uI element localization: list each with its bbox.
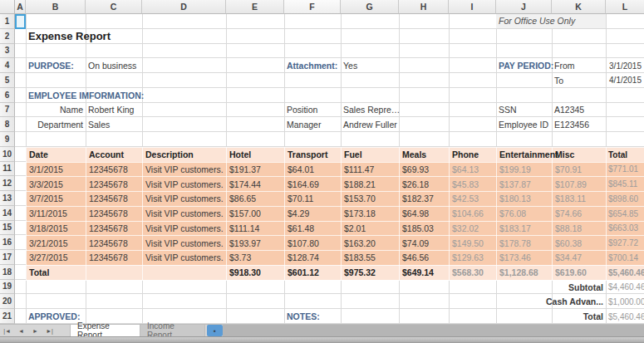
meals-cell[interactable]: $74.09 xyxy=(400,236,450,251)
total-cell[interactable]: $601.12 xyxy=(285,265,342,280)
row-header[interactable]: 18 xyxy=(0,265,15,280)
misc-cell[interactable]: $60.38 xyxy=(553,236,607,251)
expense-header-cell[interactable]: Phone xyxy=(450,147,497,162)
hotel-cell[interactable]: $3.73 xyxy=(227,251,285,266)
ssn-label-cell[interactable]: SSN xyxy=(496,103,552,118)
entertainment-cell[interactable]: $173.46 xyxy=(497,251,553,266)
fuel-cell[interactable]: $111.47 xyxy=(342,162,400,177)
summary-total-value-cell[interactable]: $5,460.46 xyxy=(606,309,644,324)
row-header[interactable]: 2 xyxy=(0,29,15,44)
pay-period-from-value-cell[interactable]: 3/1/2015 xyxy=(606,58,644,73)
expense-header-cell[interactable]: Description xyxy=(143,147,227,162)
last-sheet-button[interactable]: ►| xyxy=(42,325,57,336)
date-cell[interactable]: 3/21/2015 xyxy=(27,236,86,251)
description-cell[interactable]: Visit VIP customers. xyxy=(143,236,227,251)
total-cell[interactable]: $5,460.46 xyxy=(607,265,644,280)
entertainment-cell[interactable]: $137.87 xyxy=(497,177,553,192)
account-cell[interactable]: 12345678 xyxy=(86,162,143,177)
row-header[interactable]: 15 xyxy=(0,221,15,236)
purpose-value-cell[interactable]: On business xyxy=(86,58,142,73)
office-use-note-cell[interactable]: For Office Use Only xyxy=(496,14,606,29)
total-cell[interactable]: $649.14 xyxy=(400,265,450,280)
row-header[interactable]: 13 xyxy=(0,191,15,206)
row-total-cell[interactable]: $654.85 xyxy=(607,206,644,221)
phone-cell[interactable]: $32.02 xyxy=(450,221,497,236)
meals-cell[interactable]: $185.03 xyxy=(400,221,450,236)
total-cell[interactable]: $619.60 xyxy=(553,265,607,280)
total-cell[interactable]: $975.32 xyxy=(342,265,400,280)
phone-cell[interactable]: $104.66 xyxy=(450,206,497,221)
date-cell[interactable]: 3/11/2015 xyxy=(27,206,86,221)
phone-cell[interactable]: $129.63 xyxy=(450,251,497,266)
prev-sheet-button[interactable]: ◄ xyxy=(14,325,28,336)
meals-cell[interactable]: $26.18 xyxy=(400,177,450,192)
description-cell[interactable]: Visit VIP customers. xyxy=(143,177,227,192)
account-cell[interactable]: 12345678 xyxy=(86,251,143,266)
row-header[interactable]: 17 xyxy=(0,250,15,265)
entertainment-cell[interactable]: $180.13 xyxy=(497,192,553,207)
select-all-corner[interactable] xyxy=(0,0,15,14)
attachment-value-cell[interactable]: Yes xyxy=(341,58,399,73)
description-cell[interactable]: Visit VIP customers. xyxy=(143,192,227,207)
expense-header-cell[interactable]: Date xyxy=(27,147,86,162)
purpose-label-cell[interactable]: PURPOSE: xyxy=(26,58,86,73)
row-total-cell[interactable]: $927.72 xyxy=(607,236,644,251)
tab-income-report[interactable]: Income Report xyxy=(140,325,205,336)
row-header[interactable]: 12 xyxy=(0,176,15,191)
pay-period-to-label-cell[interactable]: To xyxy=(552,73,606,88)
hotel-cell[interactable]: $174.44 xyxy=(227,177,285,192)
phone-cell[interactable]: $45.83 xyxy=(450,177,497,192)
transport-cell[interactable]: $4.29 xyxy=(285,206,342,221)
misc-cell[interactable]: $34.47 xyxy=(553,251,607,266)
entertainment-cell[interactable]: $76.08 xyxy=(497,206,553,221)
fuel-cell[interactable]: $173.18 xyxy=(342,206,400,221)
total-cell[interactable]: Total xyxy=(27,265,86,280)
date-cell[interactable]: 3/18/2015 xyxy=(27,221,86,236)
first-sheet-button[interactable]: |◄ xyxy=(0,325,14,336)
description-cell[interactable]: Visit VIP customers. xyxy=(143,221,227,236)
column-header[interactable]: K xyxy=(552,0,606,14)
date-cell[interactable]: 3/1/2015 xyxy=(27,162,86,177)
fuel-cell[interactable]: $153.70 xyxy=(342,192,400,207)
column-header[interactable]: B xyxy=(26,0,86,14)
add-sheet-button[interactable]: ▪ xyxy=(207,325,223,336)
row-header[interactable]: 3 xyxy=(0,44,15,59)
row-header[interactable]: 7 xyxy=(0,103,15,118)
meals-cell[interactable]: $182.37 xyxy=(400,192,450,207)
date-cell[interactable]: 3/27/2015 xyxy=(27,251,86,266)
department-value-cell[interactable]: Sales xyxy=(86,117,142,132)
manager-label-cell[interactable]: Manager xyxy=(284,117,341,132)
fuel-cell[interactable]: $188.21 xyxy=(342,177,400,192)
ssn-value-cell[interactable]: A12345 xyxy=(552,103,606,118)
row-header[interactable]: 20 xyxy=(0,294,15,309)
date-cell[interactable]: 3/7/2015 xyxy=(27,192,86,207)
account-cell[interactable]: 12345678 xyxy=(86,236,143,251)
hotel-cell[interactable]: $86.65 xyxy=(227,192,285,207)
column-header[interactable]: E xyxy=(226,0,284,14)
column-header[interactable]: D xyxy=(142,0,226,14)
pay-period-label-cell[interactable]: PAY PERIOD: xyxy=(496,58,552,73)
phone-cell[interactable]: $64.13 xyxy=(450,162,497,177)
row-header[interactable]: 21 xyxy=(0,309,15,324)
column-header[interactable]: J xyxy=(496,0,552,14)
transport-cell[interactable]: $70.11 xyxy=(285,192,342,207)
total-cell[interactable]: $1,128.68 xyxy=(497,265,553,280)
manager-value-cell[interactable]: Andrew Fuller xyxy=(341,117,399,132)
subtotal-value-cell[interactable]: $4,460.46 xyxy=(606,280,644,295)
name-label-cell[interactable]: Name xyxy=(26,103,86,118)
misc-cell[interactable]: $88.18 xyxy=(553,221,607,236)
column-header[interactable]: F xyxy=(284,0,341,14)
row-header[interactable]: 10 xyxy=(0,147,15,162)
expense-header-cell[interactable]: Meals xyxy=(400,147,450,162)
fuel-cell[interactable]: $163.20 xyxy=(342,236,400,251)
account-cell[interactable]: 12345678 xyxy=(86,177,143,192)
employee-info-label-cell[interactable]: EMPLOYEE IMFORMATION: xyxy=(26,88,86,103)
attachment-label-cell[interactable]: Attachment: xyxy=(284,58,341,73)
account-cell[interactable]: 12345678 xyxy=(86,192,143,207)
misc-cell[interactable]: $70.91 xyxy=(553,162,607,177)
sheet-grid[interactable]: For Office Use Only Expense Report PURPO… xyxy=(15,14,644,324)
phone-cell[interactable]: $42.53 xyxy=(450,192,497,207)
total-cell[interactable] xyxy=(143,265,227,280)
employee-id-label-cell[interactable]: Employee ID xyxy=(496,117,552,132)
pay-period-to-value-cell[interactable]: 4/1/2015 xyxy=(606,73,644,88)
